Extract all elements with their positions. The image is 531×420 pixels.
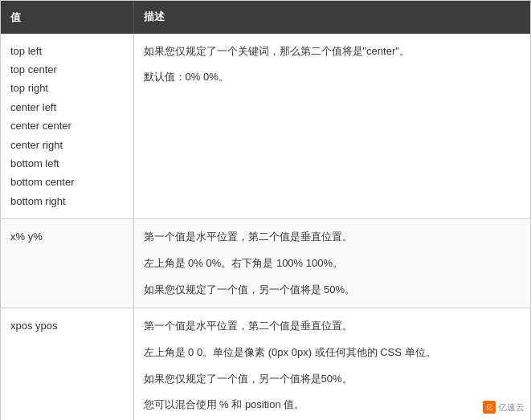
- value-line: x% y%: [10, 230, 43, 243]
- main-table-container: 值 描述 top lefttop centertop rightcenter l…: [0, 0, 531, 420]
- value-line: bottom left: [10, 157, 59, 169]
- table-row: x% y%第一个值是水平位置，第二个值是垂直位置。左上角是 0% 0%。右下角是…: [1, 219, 530, 308]
- desc-paragraph: 默认值：0% 0%。: [144, 67, 521, 88]
- desc-paragraph: 左上角是 0 0。单位是像素 (0px 0px) 或任何其他的 CSS 单位。: [144, 343, 521, 363]
- desc-paragraph: 您可以混合使用 % 和 position 值。: [144, 395, 521, 415]
- header-desc: 描述: [133, 1, 530, 34]
- desc-paragraph: 如果您仅规定了一个值，另一个值将是50%。: [144, 369, 521, 389]
- reference-table: 值 描述 top lefttop centertop rightcenter l…: [1, 1, 530, 420]
- cell-value: x% y%: [1, 219, 133, 308]
- desc-paragraph: 如果您仅规定了一个关键词，那么第二个值将是"center"。: [144, 42, 521, 62]
- value-line: bottom center: [10, 176, 75, 188]
- desc-paragraph: 左上角是 0% 0%。右下角是 100% 100%。: [144, 254, 521, 274]
- value-line: center left: [10, 101, 56, 113]
- cell-desc: 第一个值是水平位置，第二个值是垂直位置。左上角是 0% 0%。右下角是 100%…: [133, 219, 530, 308]
- header-value: 值: [1, 1, 133, 34]
- watermark-text: 亿速云: [498, 402, 525, 414]
- value-line: top center: [10, 63, 57, 75]
- watermark: 亿 亿速云: [483, 401, 525, 414]
- desc-paragraph: 如果您仅规定了一个值，另一个值将是 50%。: [144, 280, 521, 300]
- table-row: xpos ypos第一个值是水平位置，第二个值是垂直位置。左上角是 0 0。单位…: [1, 308, 530, 420]
- table-row: top lefttop centertop rightcenter leftce…: [1, 34, 530, 219]
- cell-desc: 第一个值是水平位置，第二个值是垂直位置。左上角是 0 0。单位是像素 (0px …: [133, 308, 530, 420]
- value-line: center center: [10, 120, 71, 132]
- table-header-row: 值 描述: [1, 1, 530, 34]
- desc-paragraph: 第一个值是水平位置，第二个值是垂直位置。: [144, 316, 521, 336]
- desc-paragraph: 第一个值是水平位置，第二个值是垂直位置。: [144, 227, 521, 247]
- value-line: top left: [10, 45, 42, 57]
- cell-desc: 如果您仅规定了一个关键词，那么第二个值将是"center"。默认值：0% 0%。: [133, 34, 530, 219]
- value-line: bottom right: [10, 195, 66, 207]
- cell-value: xpos ypos: [1, 308, 133, 420]
- value-line: center right: [10, 139, 63, 151]
- watermark-logo: 亿: [483, 401, 496, 414]
- cell-value: top lefttop centertop rightcenter leftce…: [1, 34, 133, 219]
- value-line: xpos ypos: [10, 320, 58, 332]
- value-line: top right: [10, 82, 48, 94]
